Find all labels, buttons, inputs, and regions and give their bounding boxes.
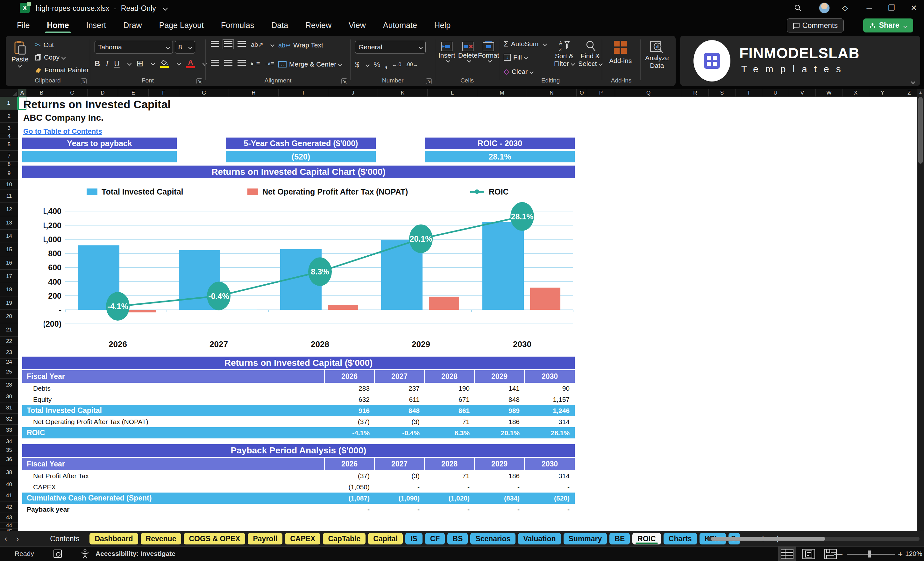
row-header-10[interactable]: 10 [0,180,18,189]
format-cells-button[interactable]: Format [478,41,499,62]
ribbon-tab-automate[interactable]: Automate [375,16,426,34]
row-header-5[interactable]: 5 [0,138,18,151]
zoom-percentage[interactable]: 120% [905,550,922,558]
column-header-W[interactable]: W [816,89,843,96]
macro-record-icon[interactable] [54,549,62,558]
row-header-23[interactable]: 23 [0,346,18,359]
borders-button[interactable]: ⊞ [136,58,144,69]
increase-indent-button[interactable]: ⇥≡ [265,60,274,68]
row-header-42[interactable]: 42 [0,501,18,513]
ribbon-tab-formulas[interactable]: Formulas [212,16,262,34]
row-header-28[interactable]: 28 [0,379,18,391]
delete-cells-button[interactable]: Delete [458,41,478,62]
align-center-button[interactable] [224,60,232,67]
ribbon-tab-insert[interactable]: Insert [78,16,115,34]
align-top-button[interactable] [211,41,219,48]
ribbon-tab-home[interactable]: Home [38,16,77,34]
accessibility-status[interactable]: Accessibility: Investigate [96,550,176,558]
align-middle-button[interactable] [224,41,232,48]
underline-button[interactable]: U [114,59,119,68]
vertical-scrollbar[interactable]: ▲ [917,89,924,531]
row-header-1[interactable]: 1 [0,97,18,110]
row-header-38[interactable]: 38 [0,466,18,479]
ribbon-tab-page-layout[interactable]: Page Layout [151,16,212,34]
row-header-18[interactable]: 18 [0,283,18,296]
column-header-A[interactable]: A [18,89,26,96]
comments-button[interactable]: Comments [787,18,844,33]
row-header-30[interactable]: 30 [0,391,18,402]
row-header-20[interactable]: 20 [0,310,18,323]
paste-button[interactable]: Paste [12,40,28,67]
column-header-U[interactable]: U [762,89,789,96]
ribbon-tab-help[interactable]: Help [426,16,459,34]
select-all-corner[interactable] [0,89,18,97]
row-header-13[interactable]: 13 [0,216,18,230]
clear-button[interactable]: ◇ Clear [504,68,533,76]
row-header-36[interactable]: 36 [0,453,18,466]
row-header-16[interactable]: 16 [0,256,18,270]
insert-cells-button[interactable]: Insert [438,41,455,62]
font-dialog-launcher[interactable]: ↘ [196,78,202,84]
column-header-P[interactable]: P [587,89,615,96]
column-header-L[interactable]: L [428,89,477,96]
premium-diamond-icon[interactable]: ◇ [835,0,855,16]
table-row[interactable]: Debts28323719014190 [22,383,575,394]
collapse-ribbon-icon[interactable] [911,80,915,84]
borders-chevron-icon[interactable] [151,62,155,66]
column-header-M[interactable]: M [477,89,527,96]
autosum-button[interactable]: Σ AutoSum [504,39,546,48]
find-select-button[interactable]: Find & Select [578,40,602,68]
percent-button[interactable]: % [374,60,380,69]
align-bottom-button[interactable] [237,41,246,48]
sheet-tab-be[interactable]: BE [609,533,630,544]
close-button[interactable]: ✕ [904,0,924,16]
table-row[interactable]: Cumulative Cash Generated (Spent)(1,087)… [22,492,575,504]
row-header-31[interactable]: 31 [0,402,18,414]
table-row[interactable]: Net Profit After Tax(37)(3)71186314 [22,470,575,482]
column-headers[interactable]: ABCDEFGHIJKLMNOPQRSTUVWXYZ [0,89,924,97]
table-row[interactable]: Total Invested Capital9168488619891,246 [22,405,575,416]
column-header-B[interactable]: B [26,89,57,96]
sheet-tab-revenue[interactable]: Revenue [141,533,182,544]
zoom-in-button[interactable]: + [898,549,903,559]
page-layout-view-button[interactable] [802,549,815,559]
sheet-tab-payroll[interactable]: Payroll [248,533,282,544]
restore-button[interactable]: ❐ [881,0,902,16]
sheet-tab-scenarios[interactable]: Scenarios [470,533,516,544]
horizontal-scroll-thumb[interactable] [711,537,825,541]
table-row[interactable]: ROIC-4.1%-0.4%8.3%20.1%28.1% [22,427,575,438]
sheet-tab-valuation[interactable]: Valuation [518,533,561,544]
sort-filter-button[interactable]: AZ Sort & Filter [554,40,574,68]
sheet-tab-captable[interactable]: CapTable [323,533,366,544]
column-header-N[interactable]: N [527,89,577,96]
ribbon-tab-data[interactable]: Data [262,16,297,34]
sheet-tab-capex[interactable]: CAPEX [285,533,320,544]
format-painter-button[interactable]: Format Painter [35,66,89,74]
ribbon-tab-view[interactable]: View [340,16,375,34]
sheet-tab-bs[interactable]: BS [447,533,468,544]
zoom-slider[interactable] [847,554,895,555]
document-title[interactable]: high-ropes-course.xlsx - Read-Only [36,4,166,13]
row-header-12[interactable]: 12 [0,203,18,216]
row-header-9[interactable]: 9 [0,167,18,180]
row-header-22[interactable]: 22 [0,336,18,346]
search-icon[interactable] [788,0,808,16]
ribbon-tab-file[interactable]: File [8,16,38,34]
italic-button[interactable]: I [106,59,108,68]
table-row[interactable]: Equity6326116718481,157 [22,394,575,405]
vertical-scroll-thumb[interactable] [918,97,923,164]
wrap-text-button[interactable]: ab↩ Wrap Text [278,41,323,49]
column-header-T[interactable]: T [735,89,762,96]
row-header-21[interactable]: 21 [0,323,18,336]
decrease-decimal-button[interactable]: .00→ [406,62,418,68]
align-right-button[interactable] [237,60,246,67]
number-dialog-launcher[interactable]: ↘ [426,78,432,84]
cut-button[interactable]: ✂ Cut [35,41,54,49]
sheet-tab-dashboard[interactable]: Dashboard [90,533,138,544]
row-header-17[interactable]: 17 [0,270,18,283]
fill-color-chevron-icon[interactable] [177,62,181,66]
sheet-tab-roic[interactable]: ROIC [632,533,661,544]
row-header-3[interactable]: 3 [0,123,18,134]
row-header-34[interactable]: 34 [0,436,18,447]
row-header-7[interactable]: 7 [0,151,18,162]
